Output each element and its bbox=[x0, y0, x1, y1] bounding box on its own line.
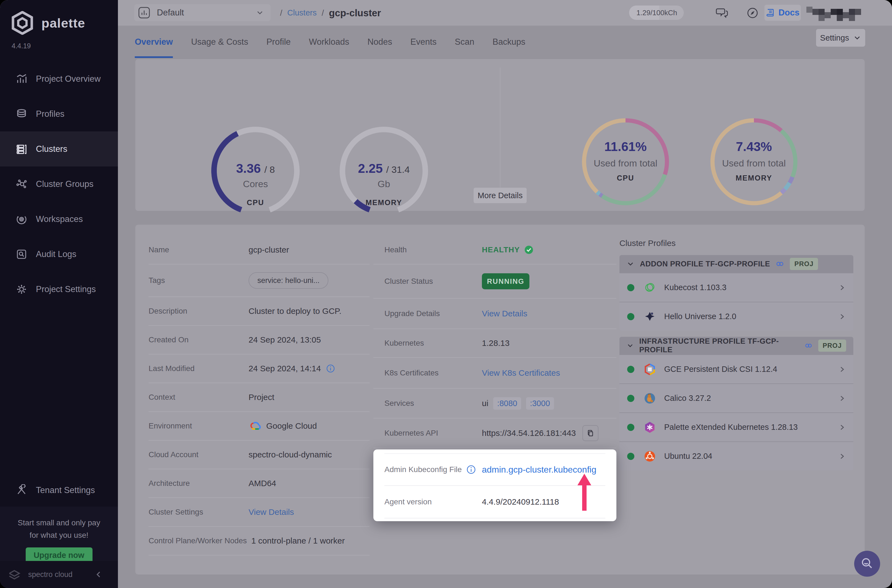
magnifier-smile-icon bbox=[860, 556, 874, 571]
sidebar-item-label: Project Settings bbox=[36, 284, 96, 294]
tab-overview[interactable]: Overview bbox=[135, 26, 173, 58]
kubernetes-api-value: https://34.54.126.181:443 bbox=[482, 429, 576, 438]
card-divider bbox=[500, 68, 500, 192]
detail-row-upgrade-details: Upgrade Details View Details bbox=[373, 299, 616, 329]
docs-label: Docs bbox=[778, 8, 799, 18]
cpu-usage-ring: 11.61% Used from total CPU bbox=[578, 115, 673, 209]
promo-line-2: for what you use! bbox=[0, 529, 118, 542]
project-selector[interactable]: Default bbox=[134, 4, 270, 21]
tag-pill[interactable]: service: hello-uni... bbox=[249, 272, 328, 289]
created-on-value: 24 Sep 2024, 13:05 bbox=[249, 335, 321, 345]
context-value: Project bbox=[249, 393, 274, 402]
tab-nodes[interactable]: Nodes bbox=[367, 26, 392, 58]
profile-item-kubecost[interactable]: Kubecost 1.103.3 bbox=[619, 273, 853, 302]
info-icon[interactable] bbox=[326, 364, 335, 373]
service-port-link[interactable]: :8080 bbox=[493, 397, 521, 410]
detail-row-kubernetes: Kubernetes 1.28.13 bbox=[373, 329, 616, 358]
brand-name: spectro cloud bbox=[28, 570, 73, 579]
profile-item-ubuntu[interactable]: Ubuntu 22.04 bbox=[619, 441, 853, 470]
chevron-down-icon bbox=[256, 9, 264, 17]
service-port-link[interactable]: :3000 bbox=[526, 397, 554, 410]
upgrade-details-link[interactable]: View Details bbox=[482, 309, 527, 318]
architecture-value: AMD64 bbox=[249, 478, 276, 488]
chevron-down-icon bbox=[853, 34, 861, 42]
sidebar-item-audit-logs[interactable]: Audit Logs bbox=[0, 237, 118, 272]
tab-backups[interactable]: Backups bbox=[493, 26, 525, 58]
kubecost-icon bbox=[643, 281, 656, 294]
sidebar-item-profiles[interactable]: Profiles bbox=[0, 96, 118, 131]
gear-icon bbox=[15, 283, 28, 296]
search-fab[interactable] bbox=[854, 551, 880, 577]
sidebar-footer: spectro cloud bbox=[0, 561, 118, 588]
sidebar-item-project-settings[interactable]: Project Settings bbox=[0, 272, 118, 307]
hello-universe-icon bbox=[643, 310, 656, 323]
detail-row-context: Context Project bbox=[149, 383, 369, 412]
chevron-right-icon bbox=[838, 366, 845, 373]
profile-item-calico[interactable]: Calico 3.27.2 bbox=[619, 384, 853, 412]
sidebar-item-label: Profiles bbox=[36, 109, 65, 119]
k8s-certificates-link[interactable]: View K8s Certificates bbox=[482, 368, 560, 378]
status-dot bbox=[627, 313, 634, 320]
detail-row-cluster-status: Cluster Status RUNNING bbox=[373, 264, 616, 299]
profile-group-header[interactable]: ADDON PROFILE TF-GCP-PROFILE PROJ bbox=[619, 255, 853, 273]
chevron-down-icon bbox=[626, 342, 634, 350]
details-middle-column: Health HEALTHY Cluster Status RUNNING Up… bbox=[373, 236, 616, 448]
sidebar-item-tenant-settings[interactable]: Tenant Settings bbox=[0, 472, 118, 508]
book-icon bbox=[766, 8, 775, 17]
profile-item-pxk[interactable]: Palette eXtended Kubernetes 1.28.13 bbox=[619, 412, 853, 441]
memory-gauge: 2.25 / 31.4 Gb MEMORY bbox=[337, 124, 431, 218]
usage-summary-card: 3.36 / 8 Cores CPU 2.25 / 31.4 Gb MEMORY… bbox=[135, 59, 865, 211]
chevron-down-icon bbox=[626, 260, 634, 268]
copy-button[interactable] bbox=[583, 425, 598, 441]
chat-icon[interactable] bbox=[715, 6, 729, 20]
sidebar-item-workspaces[interactable]: Workspaces bbox=[0, 201, 118, 237]
agent-version-row: Agent version 4.4.9/20240912.1118 bbox=[384, 486, 605, 518]
sidebar-nav: Project Overview Profiles Clusters Clust… bbox=[0, 61, 118, 307]
tab-usage-costs[interactable]: Usage & Costs bbox=[191, 26, 248, 58]
logo-wordmark: palette bbox=[41, 15, 85, 31]
sidebar-item-project-overview[interactable]: Project Overview bbox=[0, 61, 118, 96]
profile-item-name: Ubuntu 22.04 bbox=[664, 452, 712, 461]
kubeconfig-download-link[interactable]: admin.gcp-cluster.kubeconfig bbox=[482, 465, 596, 475]
more-details-button[interactable]: More Details bbox=[474, 188, 527, 203]
sidebar-item-clusters[interactable]: Clusters bbox=[0, 131, 118, 166]
tab-workloads[interactable]: Workloads bbox=[309, 26, 349, 58]
promo-line-1: Start small and only pay bbox=[0, 516, 118, 529]
profile-group-header[interactable]: INFRASTRUCTURE PROFILE TF-GCP-PROFILE PR… bbox=[619, 337, 853, 354]
cluster-tabs: Overview Usage & Costs Profile Workloads… bbox=[135, 26, 864, 58]
tab-profile[interactable]: Profile bbox=[266, 26, 291, 58]
sidebar-item-label: Clusters bbox=[36, 144, 68, 154]
annotation-arrow-icon bbox=[576, 474, 593, 511]
chevron-left-icon[interactable] bbox=[95, 571, 102, 578]
info-icon[interactable] bbox=[466, 465, 476, 474]
app-window: palette 4.4.19 Project Overview Profiles… bbox=[0, 0, 892, 588]
breadcrumb-link-clusters[interactable]: Clusters bbox=[287, 8, 317, 17]
sidebar-item-cluster-groups[interactable]: Cluster Groups bbox=[0, 166, 118, 201]
status-dot bbox=[627, 424, 634, 431]
usage-meter[interactable]: 1.29/100kCh bbox=[629, 6, 684, 20]
profile-item-gce-csi[interactable]: GCE Persistent Disk CSI 1.12.4 bbox=[619, 354, 853, 384]
compass-icon[interactable] bbox=[746, 6, 760, 20]
spectro-cloud-icon bbox=[7, 567, 21, 582]
chevron-right-icon bbox=[838, 313, 845, 320]
settings-button[interactable]: Settings bbox=[816, 29, 865, 46]
detail-row-last-modified: Last Modified 24 Sep 2024, 14:14 bbox=[149, 354, 369, 383]
copy-icon bbox=[587, 429, 594, 437]
chevron-right-icon bbox=[838, 424, 845, 431]
layers-icon bbox=[15, 108, 28, 120]
addon-profile-group: ADDON PROFILE TF-GCP-PROFILE PROJ Kubeco… bbox=[619, 255, 853, 331]
detail-row-kubernetes-api: Kubernetes API https://34.54.126.181:443 bbox=[373, 418, 616, 448]
memory-usage-ring: 7.43% Used from total MEMORY bbox=[707, 115, 801, 209]
topbar: Default / Clusters / gcp-cluster 1.29/10… bbox=[118, 0, 892, 26]
project-selector-value: Default bbox=[157, 8, 184, 18]
profile-item-hello-universe[interactable]: Hello Universe 1.2.0 bbox=[619, 302, 853, 331]
docs-button[interactable]: Docs bbox=[764, 5, 801, 21]
tab-events[interactable]: Events bbox=[410, 26, 437, 58]
redacted-user-info[interactable] bbox=[806, 7, 860, 20]
status-badge: RUNNING bbox=[482, 273, 529, 289]
scope-badge: PROJ bbox=[790, 258, 818, 270]
cluster-settings-link[interactable]: View Details bbox=[249, 507, 294, 517]
infrastructure-profile-group: INFRASTRUCTURE PROFILE TF-GCP-PROFILE PR… bbox=[619, 337, 853, 470]
sidebar-item-label: Project Overview bbox=[36, 74, 101, 84]
tab-scan[interactable]: Scan bbox=[455, 26, 475, 58]
